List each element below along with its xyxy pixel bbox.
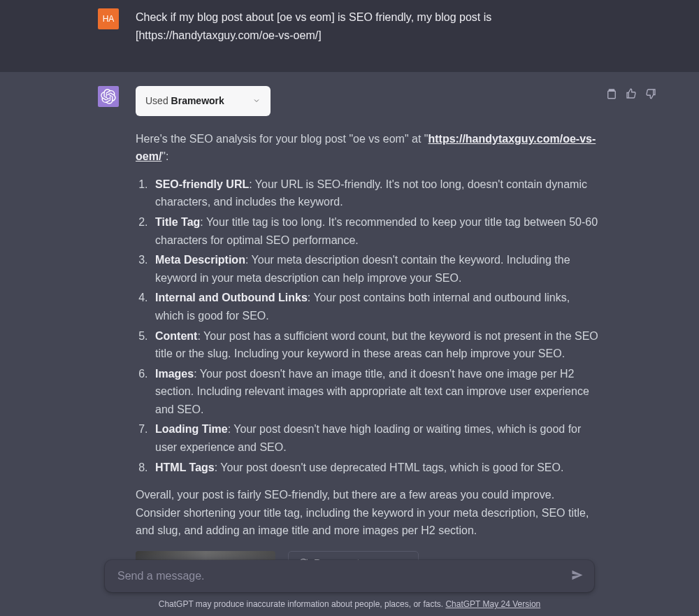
thumbs-up-icon[interactable] (625, 87, 637, 100)
item-title: HTML Tags (155, 461, 215, 473)
user-avatar-initials: HA (103, 14, 115, 24)
chevron-down-icon (252, 96, 261, 105)
assistant-avatar (98, 86, 119, 107)
item-desc: : Your title tag is too long. It's recom… (155, 216, 598, 246)
item-desc: : Your post doesn't have an image title,… (155, 368, 589, 415)
plugin-used-prefix: Used (145, 95, 171, 106)
user-message-row: HA Check if my blog post about [oe vs eo… (98, 0, 601, 72)
list-item: HTML Tags: Your post doesn't use depreca… (151, 459, 601, 477)
seo-intro-post: ": (161, 150, 168, 162)
assistant-message-section: Used Bramework Here's the SEO analysis f… (0, 72, 699, 616)
list-item: Content: Your post has a sufficient word… (151, 327, 601, 363)
footer-version-link[interactable]: ChatGPT May 24 Version (445, 599, 540, 609)
composer-area: ChatGPT may produce inaccurate informati… (0, 553, 699, 616)
item-desc: : Your post has a sufficient word count,… (155, 330, 598, 360)
list-item: Meta Description: Your meta description … (151, 251, 601, 287)
send-button[interactable] (570, 568, 584, 585)
seo-analysis-list: SEO-friendly URL: Your URL is SEO-friend… (136, 176, 601, 477)
clipboard-copy-icon[interactable] (605, 87, 618, 100)
plugin-used-name: Bramework (171, 95, 224, 106)
list-item: Images: Your post doesn't have an image … (151, 365, 601, 419)
openai-logo-icon (101, 89, 116, 104)
plugin-used-chip[interactable]: Used Bramework (136, 86, 271, 115)
assistant-message-body: Used Bramework Here's the SEO analysis f… (136, 86, 601, 576)
seo-summary: Overall, your post is fairly SEO-friendl… (136, 486, 601, 540)
thumbs-down-icon[interactable] (644, 87, 657, 100)
item-title: Title Tag (155, 216, 200, 228)
seo-intro-pre: Here's the SEO analysis for your blog po… (136, 133, 428, 145)
item-title: SEO-friendly URL (155, 178, 249, 190)
send-icon (570, 568, 584, 582)
message-actions (605, 87, 657, 100)
item-title: Content (155, 330, 197, 342)
user-avatar: HA (98, 8, 119, 29)
list-item: Title Tag: Your title tag is too long. I… (151, 213, 601, 249)
message-input[interactable] (117, 570, 559, 582)
list-item: SEO-friendly URL: Your URL is SEO-friend… (151, 176, 601, 211)
item-title: Loading Time (155, 423, 228, 435)
item-title: Images (155, 368, 194, 380)
footer-text: ChatGPT may produce inaccurate informati… (159, 599, 446, 609)
message-input-wrap[interactable] (105, 560, 594, 592)
user-message-text: Check if my blog post about [oe vs eom] … (136, 8, 601, 44)
list-item: Loading Time: Your post doesn't have hig… (151, 420, 601, 456)
item-title: Meta Description (155, 254, 245, 266)
footer-disclaimer: ChatGPT may produce inaccurate informati… (159, 599, 541, 609)
item-desc: : Your post doesn't use deprecated HTML … (215, 461, 564, 473)
seo-intro: Here's the SEO analysis for your blog po… (136, 130, 601, 166)
list-item: Internal and Outbound Links: Your post c… (151, 289, 601, 324)
item-title: Internal and Outbound Links (155, 292, 308, 303)
